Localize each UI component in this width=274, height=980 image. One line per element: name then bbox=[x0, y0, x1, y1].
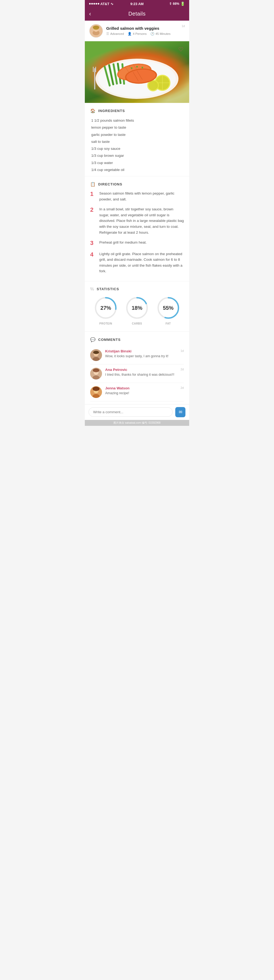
step-number: 3 bbox=[90, 240, 95, 247]
comment-item: Kristijan Binski Wow, it looks super tas… bbox=[90, 346, 184, 364]
stat-circle: 55% bbox=[156, 296, 181, 320]
battery-label: 66% bbox=[173, 2, 179, 6]
avatar-svg bbox=[90, 24, 103, 38]
food-illustration bbox=[85, 41, 189, 103]
signal-dots bbox=[89, 3, 99, 5]
comment-item: Jenna Watson Amazing recipe! 2d bbox=[90, 383, 184, 401]
stat-label: FAT bbox=[166, 322, 171, 325]
time-label: 45 Minutes bbox=[155, 32, 171, 35]
send-button[interactable]: ✉ bbox=[175, 407, 185, 417]
comment-input[interactable] bbox=[89, 407, 173, 417]
comments-icon: 💬 bbox=[90, 337, 95, 342]
comment-body: Ana Petrovic I tried this, thanks for sh… bbox=[105, 368, 177, 377]
statistics-header: % STATISTICS bbox=[90, 287, 184, 291]
comment-name: Jenna Watson bbox=[105, 386, 177, 390]
ingredient-item: lemon pepper to taste bbox=[91, 124, 184, 131]
directions-header: 📋 DIRECTIONS bbox=[90, 182, 184, 187]
persons-label: 4 Persons bbox=[133, 32, 147, 35]
ingredient-item: 1/3 cup soy sauce bbox=[91, 145, 184, 152]
recipe-id: 1d bbox=[182, 24, 185, 28]
time-label: 9:23 AM bbox=[130, 2, 143, 6]
comment-body: Kristijan Binski Wow, it looks super tas… bbox=[105, 349, 177, 359]
main-content: 🏠 INGREDIENTS 1 1/2 pounds salmon fillet… bbox=[85, 103, 189, 404]
stat-circle-wrap: 27% PROTEIN bbox=[93, 296, 118, 325]
ingredient-item: 1 1/2 pounds salmon fillets bbox=[91, 117, 184, 124]
comment-time: 2d bbox=[181, 386, 184, 389]
step-text: Lightly oil grill grate. Place salmon on… bbox=[99, 251, 184, 274]
comment-time: 1d bbox=[181, 349, 184, 352]
recipe-info-row: Grilled salmon with veggies ☰ Advanced 👤… bbox=[85, 21, 189, 41]
stat-circle-inner: 18% bbox=[131, 305, 143, 311]
svg-point-17 bbox=[148, 81, 158, 90]
statistics-section: % STATISTICS 27% PROTEIN bbox=[85, 282, 189, 332]
step-text: In a small bowl, stir together soy sauce… bbox=[99, 206, 184, 235]
stat-label: CARBS bbox=[132, 322, 142, 325]
back-button[interactable]: ‹ bbox=[89, 11, 91, 17]
svg-point-50 bbox=[93, 387, 100, 391]
comment-text: Wow, it looks super tasty, I am gonna tr… bbox=[105, 354, 177, 359]
carrier-label: AT&T bbox=[100, 2, 109, 6]
ingredients-section: 🏠 INGREDIENTS 1 1/2 pounds salmon fillet… bbox=[85, 103, 189, 176]
comment-name: Ana Petrovic bbox=[105, 368, 177, 372]
step-number: 4 bbox=[90, 251, 95, 258]
comment-input-bar: ✉ bbox=[85, 404, 189, 420]
stat-circle-wrap: 55% FAT bbox=[156, 296, 181, 325]
comment-name: Kristijan Binski bbox=[105, 349, 177, 353]
directions-section: 📋 DIRECTIONS 1Season salmon fillets with… bbox=[85, 176, 189, 282]
step-text: Season salmon fillets with lemon pepper,… bbox=[99, 191, 184, 202]
direction-list: 1Season salmon fillets with lemon pepper… bbox=[90, 191, 184, 274]
direction-item: 4Lightly oil grill grate. Place salmon o… bbox=[90, 251, 184, 274]
recipe-details: Grilled salmon with veggies ☰ Advanced 👤… bbox=[106, 26, 179, 36]
ingredient-item: 1/3 cup brown sugar bbox=[91, 152, 184, 159]
direction-item: 1Season salmon fillets with lemon pepper… bbox=[90, 191, 184, 202]
persons-icon: 👤 bbox=[128, 32, 131, 36]
author-avatar bbox=[89, 24, 103, 38]
clock-icon: 🕐 bbox=[150, 32, 154, 36]
svg-point-4 bbox=[93, 26, 99, 29]
header: ‹ Details bbox=[85, 8, 189, 21]
status-bar: AT&T ∿ 9:23 AM ⇧ 66% 🔋 bbox=[85, 0, 189, 8]
directions-title: DIRECTIONS bbox=[98, 182, 122, 186]
status-right: ⇧ 66% 🔋 bbox=[169, 2, 185, 6]
stat-circle-inner: 55% bbox=[163, 305, 174, 311]
step-number: 1 bbox=[90, 191, 95, 197]
comment-time: 2d bbox=[181, 368, 184, 371]
stat-circle-wrap: 18% CARBS bbox=[125, 296, 149, 325]
heart-icon: ♡ bbox=[178, 47, 184, 52]
comments-section: 💬 COMMENTS Kristijan Binski Wow, it look… bbox=[85, 332, 189, 404]
comment-avatar bbox=[90, 386, 102, 398]
statistics-title: STATISTICS bbox=[97, 287, 119, 291]
comments-list: Kristijan Binski Wow, it looks super tas… bbox=[90, 346, 184, 401]
directions-icon: 📋 bbox=[90, 182, 95, 187]
direction-item: 2In a small bowl, stir together soy sauc… bbox=[90, 206, 184, 235]
recipe-title: Grilled salmon with veggies bbox=[106, 26, 179, 30]
persons-meta: 👤 4 Persons bbox=[128, 32, 147, 36]
stat-label: PROTEIN bbox=[99, 322, 112, 325]
ingredient-item: salt to taste bbox=[91, 138, 184, 145]
difficulty-icon: ☰ bbox=[106, 32, 109, 36]
svg-point-28 bbox=[136, 66, 138, 68]
svg-rect-30 bbox=[94, 68, 95, 89]
comments-title: COMMENTS bbox=[98, 338, 121, 342]
ingredient-item: 1/4 cup vegetable oil bbox=[91, 166, 184, 173]
stat-circle-inner: 27% bbox=[100, 305, 111, 311]
stats-circles: 27% PROTEIN 18% CARBS bbox=[90, 296, 184, 325]
send-icon: ✉ bbox=[179, 409, 182, 415]
step-text: Preheat grill for medium heat. bbox=[99, 240, 184, 245]
header-title: Details bbox=[128, 11, 146, 17]
location-icon: ⇧ bbox=[169, 2, 172, 6]
difficulty-label: Advanced bbox=[110, 32, 124, 35]
comment-avatar bbox=[90, 368, 102, 379]
watermark: 图片来自 saisaisai.com 编号: 01592968 bbox=[85, 420, 189, 426]
ingredient-item: garlic powder to taste bbox=[91, 131, 184, 138]
wifi-icon: ∿ bbox=[111, 2, 114, 6]
ingredients-header: 🏠 INGREDIENTS bbox=[90, 108, 184, 113]
direction-item: 3Preheat grill for medium heat. bbox=[90, 240, 184, 247]
comment-body: Jenna Watson Amazing recipe! bbox=[105, 386, 177, 396]
heart-button[interactable]: ♡ bbox=[176, 45, 185, 54]
difficulty-meta: ☰ Advanced bbox=[106, 32, 124, 36]
svg-rect-31 bbox=[93, 67, 93, 72]
comment-text: I tried this, thanks for sharing it was … bbox=[105, 372, 177, 377]
recipe-meta: ☰ Advanced 👤 4 Persons 🕐 45 Minutes bbox=[106, 32, 179, 36]
ingredients-title: INGREDIENTS bbox=[98, 109, 125, 113]
